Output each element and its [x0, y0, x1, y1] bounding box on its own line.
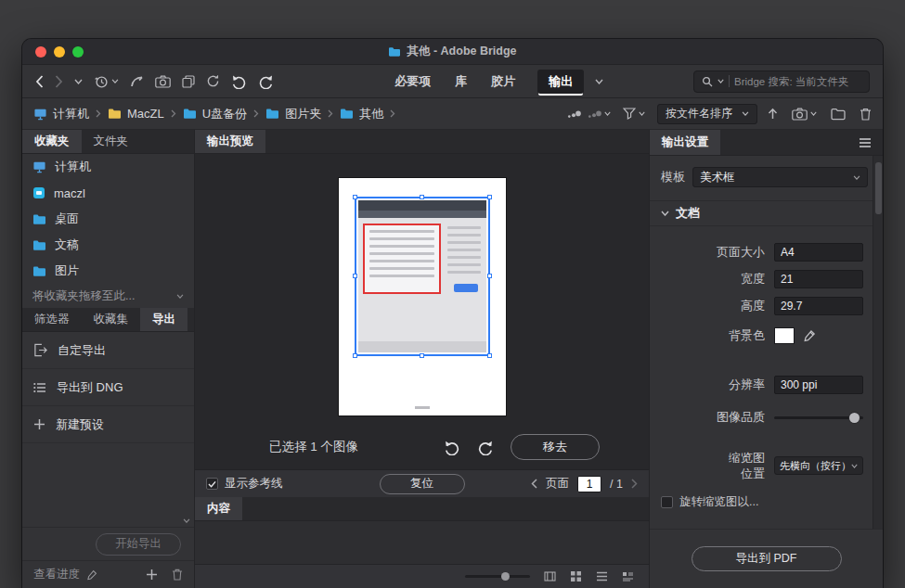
- sort-select[interactable]: 按文件名排序: [657, 104, 757, 124]
- panel-menu-icon[interactable]: [859, 130, 883, 155]
- export-action-dng[interactable]: 导出到 DNG: [22, 369, 194, 406]
- scroll-down-icon[interactable]: [176, 294, 184, 299]
- favorite-item-documents[interactable]: 文稿: [22, 232, 194, 258]
- selection-handle[interactable]: [487, 274, 492, 278]
- tab-folders[interactable]: 文件夹: [82, 130, 141, 153]
- height-input[interactable]: [774, 297, 863, 315]
- recent-history-button[interactable]: [94, 74, 119, 89]
- scrollbar-thumb[interactable]: [875, 162, 882, 214]
- breadcrumb-other[interactable]: 其他: [340, 106, 383, 122]
- breadcrumb-computer[interactable]: 计算机: [33, 106, 89, 122]
- settings-scrollbar[interactable]: [873, 156, 883, 529]
- remove-image-button[interactable]: 移去: [511, 434, 600, 460]
- rotate-right-icon[interactable]: [477, 440, 494, 455]
- export-action-new-preset[interactable]: 新建预设: [22, 406, 194, 443]
- search-box[interactable]: [693, 70, 870, 93]
- list-view-icon[interactable]: [596, 570, 608, 582]
- navigation-chevron-down-icon[interactable]: [74, 79, 83, 84]
- previous-page-icon[interactable]: [531, 479, 537, 489]
- export-to-pdf-button[interactable]: 导出到 PDF: [692, 546, 842, 571]
- selection-handle[interactable]: [420, 195, 424, 199]
- delete-trash-icon[interactable]: [860, 108, 872, 121]
- delete-preset-trash-icon[interactable]: [172, 569, 183, 581]
- filter-funnel-icon[interactable]: [623, 108, 645, 120]
- width-input[interactable]: [774, 270, 863, 288]
- tab-collections[interactable]: 收藏集: [82, 308, 141, 331]
- reset-button[interactable]: 复位: [380, 474, 465, 494]
- template-select[interactable]: 美术框: [692, 167, 868, 187]
- zoom-window-button[interactable]: [72, 46, 84, 58]
- preview-quality-ramp-icon[interactable]: [588, 109, 611, 119]
- workspace-chevron-down-icon[interactable]: [595, 79, 603, 84]
- camera-export-icon[interactable]: [792, 108, 817, 121]
- image-selection-frame[interactable]: [355, 197, 490, 356]
- start-export-button[interactable]: 开始导出: [96, 533, 181, 556]
- pdf-page-preview[interactable]: [339, 178, 506, 415]
- workspace-tab-essentials[interactable]: 必要项: [393, 68, 433, 96]
- page-number-input[interactable]: [577, 476, 601, 492]
- content-statusbar: [195, 564, 649, 588]
- tab-export[interactable]: 导出: [140, 308, 187, 331]
- show-guides-checkbox[interactable]: [206, 478, 218, 490]
- rotate-left-icon[interactable]: [444, 440, 460, 455]
- favorite-item-computer[interactable]: 计算机: [22, 154, 194, 180]
- resolution-input[interactable]: [774, 376, 863, 394]
- breadcrumb-pictures-folder[interactable]: 图片夹: [265, 106, 321, 122]
- search-scope-chevron-icon[interactable]: [718, 79, 724, 83]
- forward-button[interactable]: [55, 75, 63, 88]
- scroll-down-icon[interactable]: [183, 518, 190, 523]
- favorite-item-maczl[interactable]: maczl: [22, 180, 194, 206]
- thumbnail-position-select[interactable]: 先横向（按行）: [774, 456, 863, 475]
- grid-view-icon[interactable]: [570, 570, 582, 582]
- sort-ascending-icon[interactable]: [768, 108, 778, 120]
- section-collapse-icon: [661, 211, 669, 216]
- tab-filter[interactable]: 筛选器: [22, 308, 82, 331]
- selection-handle[interactable]: [353, 195, 357, 199]
- rotate-left-button[interactable]: [231, 74, 247, 89]
- workspace-tab-output[interactable]: 输出: [537, 70, 584, 94]
- filmstrip-view-icon[interactable]: [544, 570, 556, 582]
- thumbnail-size-slider[interactable]: [465, 575, 530, 578]
- add-preset-plus-icon[interactable]: [146, 569, 158, 581]
- page-caption: [415, 406, 430, 409]
- view-progress-label[interactable]: 查看进度: [33, 567, 80, 582]
- breadcrumb-maczl[interactable]: MacZL: [108, 107, 164, 121]
- favorite-item-pictures[interactable]: 图片: [22, 258, 194, 284]
- selection-handle[interactable]: [487, 195, 492, 199]
- edit-pencil-icon[interactable]: [86, 569, 97, 581]
- export-action-custom[interactable]: 自定导出: [22, 332, 194, 369]
- document-section-header[interactable]: 文档: [650, 200, 883, 226]
- eyedropper-icon[interactable]: [803, 329, 816, 342]
- background-color-swatch[interactable]: [774, 327, 795, 344]
- selection-handle[interactable]: [353, 353, 357, 358]
- rotate-right-button[interactable]: [258, 74, 274, 89]
- minimize-window-button[interactable]: [54, 46, 65, 58]
- new-folder-icon[interactable]: [831, 108, 846, 121]
- favorite-item-desktop[interactable]: 桌面: [22, 206, 194, 232]
- breadcrumb-usb-backup[interactable]: U盘备份: [183, 106, 247, 122]
- boomerang-button[interactable]: [130, 75, 144, 87]
- image-quality-slider[interactable]: [774, 416, 863, 419]
- back-button[interactable]: [35, 75, 44, 88]
- refresh-button[interactable]: [206, 74, 220, 88]
- thumbnail-quality-ramp-icon[interactable]: [567, 109, 581, 119]
- close-window-button[interactable]: [35, 46, 46, 58]
- selection-handle[interactable]: [353, 274, 357, 278]
- details-view-icon[interactable]: [622, 570, 634, 582]
- selection-handle[interactable]: [420, 353, 424, 358]
- search-input[interactable]: [734, 76, 861, 87]
- tab-output-preview[interactable]: 输出预览: [195, 130, 265, 153]
- rotate-thumbnails-checkbox[interactable]: [661, 496, 673, 508]
- tab-favorites[interactable]: 收藏夹: [22, 130, 82, 153]
- slider-knob[interactable]: [849, 413, 860, 423]
- tab-output-settings[interactable]: 输出设置: [650, 130, 720, 155]
- workspace-tab-filmstrip[interactable]: 胶片: [489, 68, 517, 96]
- selection-handle[interactable]: [487, 353, 492, 358]
- tab-content[interactable]: 内容: [195, 497, 242, 520]
- page-size-input[interactable]: [774, 243, 863, 262]
- camera-import-button[interactable]: [155, 75, 171, 88]
- duplicate-files-button[interactable]: [182, 75, 195, 88]
- slider-knob[interactable]: [501, 572, 510, 581]
- workspace-tab-libraries[interactable]: 库: [453, 68, 469, 96]
- next-page-icon[interactable]: [631, 479, 638, 489]
